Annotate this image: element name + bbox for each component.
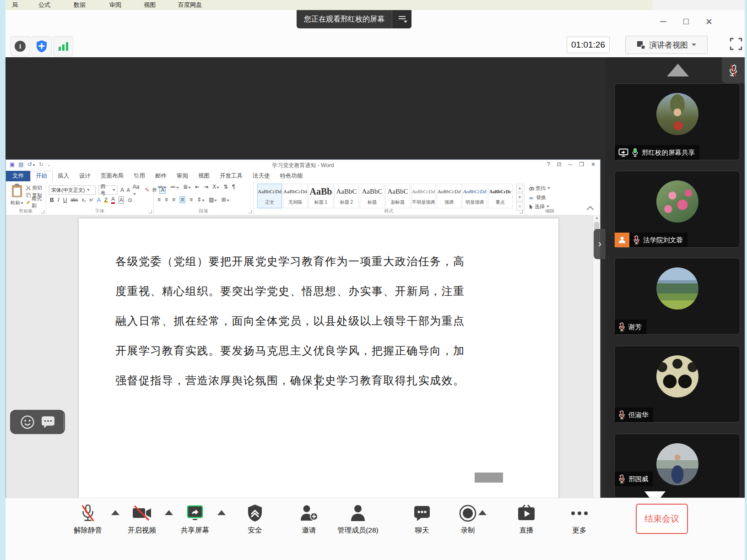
document-page[interactable]: 各级党委（党组）要把开展党史学习教育作为一项重大政治任务，高 度重视、精心组织。… — [78, 218, 559, 506]
participant-tile[interactable]: 法学院刘文蓉 — [614, 171, 740, 248]
change-case-icon[interactable]: Aa — [133, 184, 142, 196]
style-item[interactable]: AaBbCcDd明显强调 — [462, 184, 487, 208]
scroll-up-icon[interactable]: ▲ — [593, 216, 601, 220]
tab-special-features[interactable]: 特色功能 — [275, 171, 308, 181]
chat-button[interactable]: 聊天 — [400, 503, 444, 535]
number-list-icon[interactable]: ≕ — [170, 184, 179, 190]
start-video-button[interactable]: 开启视频 — [120, 503, 164, 535]
text-effects-icon[interactable]: A — [97, 197, 101, 203]
italic-icon[interactable]: I — [58, 196, 60, 203]
tab-home[interactable]: 开始 — [30, 171, 53, 181]
menu-item[interactable]: 百度网盘 — [178, 1, 202, 9]
record-button[interactable]: 录制 — [446, 503, 490, 535]
style-item[interactable]: AaBbC标题 2 — [334, 184, 359, 208]
dialog-launcher-icon[interactable] — [41, 210, 44, 213]
tab-insert[interactable]: 插入 — [53, 171, 74, 181]
help-icon[interactable]: ? — [547, 161, 550, 168]
corner-mic-muted[interactable] — [722, 57, 745, 83]
highlight-icon[interactable]: Z — [104, 197, 108, 203]
font-color-icon[interactable]: A — [111, 196, 115, 204]
security-shield-button[interactable] — [32, 36, 52, 56]
close-button[interactable]: ✕ — [701, 14, 717, 29]
font-size-select[interactable]: 四号 — [98, 185, 118, 195]
tab-page-layout[interactable]: 页面布局 — [96, 171, 129, 181]
more-button[interactable]: 更多 — [558, 503, 601, 535]
style-item[interactable]: AaBbCcDd无间隔 — [283, 184, 308, 208]
tab-review[interactable]: 审阅 — [172, 171, 193, 181]
chat-bubble-icon[interactable] — [41, 416, 55, 429]
styles-scroll-up[interactable]: ▲ — [516, 184, 523, 192]
grow-font-icon[interactable]: A — [120, 187, 124, 193]
manage-members-button[interactable]: 管理成员(28) — [328, 503, 388, 535]
word-close-icon[interactable]: ✕ — [591, 161, 595, 168]
shrink-font-icon[interactable]: A — [127, 188, 130, 193]
strikethrough-icon[interactable]: abc — [70, 197, 78, 202]
participant-tile[interactable]: 但淑华 — [614, 346, 740, 423]
character-shading-icon[interactable]: A — [119, 196, 124, 204]
view-mode-button[interactable]: 演讲者视图 — [625, 36, 708, 54]
tab-references[interactable]: 引用 — [129, 171, 150, 181]
multilevel-list-icon[interactable]: ≣ — [183, 184, 191, 190]
maximize-button[interactable]: ☐ — [678, 14, 694, 29]
shading-icon[interactable]: ▨ — [209, 196, 217, 203]
word-scrollbar[interactable]: ▲ ▼ — [593, 215, 600, 520]
show-marks-icon[interactable]: ¶ — [232, 184, 235, 190]
dialog-launcher-icon[interactable] — [149, 210, 152, 213]
record-options-caret[interactable] — [478, 510, 487, 515]
sort-icon[interactable]: ⇅ — [223, 184, 228, 190]
ribbon-options-icon[interactable]: ⊡ — [557, 161, 562, 168]
style-item[interactable]: AaBbCcDd强调 — [437, 184, 461, 208]
word-minimize-icon[interactable]: ─ — [568, 161, 573, 168]
menu-item[interactable]: 局 — [12, 1, 18, 9]
menu-item[interactable]: 数据 — [74, 1, 86, 9]
style-item[interactable]: AaBbC标题 — [360, 184, 384, 208]
smiley-icon[interactable] — [20, 415, 35, 430]
style-item[interactable]: AaBbCcDd正文 — [257, 184, 282, 208]
share-options-caret[interactable] — [217, 510, 226, 515]
invite-button[interactable]: 邀请 — [287, 503, 331, 535]
cut-button[interactable]: 剪切 — [26, 184, 46, 191]
tab-fatianshi[interactable]: 法天使 — [248, 171, 275, 181]
align-right-icon[interactable]: ≡ — [172, 196, 175, 203]
dialog-launcher-icon[interactable] — [249, 210, 252, 213]
styles-scroll-down[interactable]: ▼ — [516, 193, 523, 201]
share-screen-button[interactable]: 共享屏幕 — [173, 503, 217, 535]
find-button[interactable]: 查找 — [529, 185, 550, 192]
style-item[interactable]: AaBbCcDc要点 — [488, 184, 513, 208]
distribute-icon[interactable]: ≡ — [189, 196, 193, 203]
scroll-up-arrow[interactable] — [667, 64, 689, 76]
style-item[interactable]: AaBbCcDd不明显强调 — [411, 184, 436, 208]
dialog-launcher-icon[interactable] — [520, 210, 523, 213]
asian-layout-icon[interactable]: X — [212, 184, 219, 190]
participant-tile[interactable]: 邢国威 — [614, 434, 740, 498]
superscript-icon[interactable]: x² — [89, 197, 93, 202]
bold-icon[interactable]: B — [50, 197, 54, 203]
sidebar-collapse-handle[interactable]: › — [594, 229, 606, 259]
enclose-characters-icon[interactable]: ⊙ — [128, 197, 132, 203]
style-item[interactable]: AaBbC副标题 — [385, 184, 410, 208]
replace-button[interactable]: ab 替换 — [529, 194, 546, 201]
collapse-ribbon-icon[interactable] — [587, 206, 594, 213]
font-name-select[interactable]: 宋体(中文正文) — [49, 185, 96, 195]
format-painter-button[interactable]: 格式刷 — [26, 199, 46, 206]
subscript-icon[interactable]: x₂ — [81, 197, 86, 202]
minimize-button[interactable]: ─ — [655, 14, 671, 29]
live-stream-button[interactable]: 直播 — [504, 503, 548, 535]
increase-indent-icon[interactable]: ⇥ — [204, 184, 208, 190]
tab-design[interactable]: 设计 — [74, 171, 96, 181]
participant-tile[interactable]: 邢红枚的屏幕共享 — [614, 83, 740, 160]
style-item[interactable]: AaBb标题 1 — [309, 184, 333, 208]
tab-developer[interactable]: 开发工具 — [215, 171, 248, 181]
align-center-icon[interactable]: ≡ — [165, 196, 168, 203]
meeting-info-button[interactable]: i — [10, 36, 30, 56]
justify-icon[interactable]: ≡ — [179, 196, 185, 203]
banner-menu-button[interactable] — [392, 10, 411, 28]
paste-button[interactable]: 粘贴 — [11, 183, 23, 206]
bullet-list-icon[interactable]: ≔ — [157, 184, 166, 190]
word-restore-icon[interactable]: ❐ — [579, 161, 584, 168]
menu-item[interactable]: 公式 — [38, 1, 50, 9]
mic-options-caret[interactable] — [111, 510, 119, 515]
decrease-indent-icon[interactable]: ⇤ — [195, 184, 200, 190]
clear-format-icon[interactable]: ✎ — [145, 187, 149, 193]
menu-item[interactable]: 审阅 — [109, 1, 121, 9]
